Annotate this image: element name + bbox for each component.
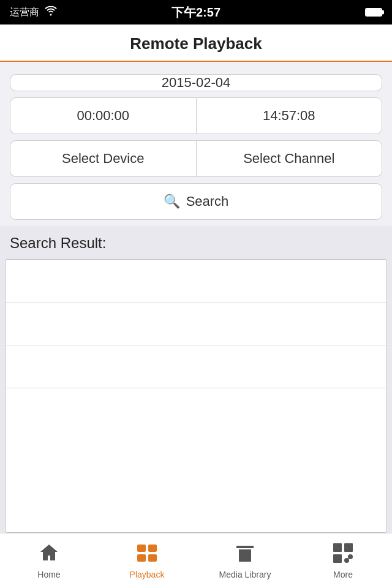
svg-rect-6 xyxy=(333,554,342,563)
more-icon xyxy=(332,542,354,567)
svg-rect-4 xyxy=(333,543,342,552)
main-content: 2015-02-04 00:00:00 14:57:08 Select Devi… xyxy=(0,62,392,533)
status-right xyxy=(365,8,382,17)
tab-media-library-label: Media Library xyxy=(219,570,271,579)
home-icon xyxy=(38,542,60,567)
form-area: 2015-02-04 00:00:00 14:57:08 Select Devi… xyxy=(0,62,392,226)
search-label: Search xyxy=(186,194,229,209)
tab-more[interactable]: More xyxy=(294,533,392,588)
list-item xyxy=(6,388,386,431)
svg-rect-5 xyxy=(344,543,353,552)
select-device-button[interactable]: Select Device xyxy=(10,140,196,177)
svg-rect-1 xyxy=(148,545,157,552)
device-channel-row: Select Device Select Channel xyxy=(10,140,382,177)
select-device-label: Select Device xyxy=(62,151,145,167)
list-item xyxy=(6,345,386,388)
select-channel-label: Select Channel xyxy=(243,151,334,167)
tab-playback-label: Playback xyxy=(130,570,165,579)
search-button[interactable]: 🔍 Search xyxy=(10,183,382,220)
result-header: Search Result: xyxy=(0,226,392,259)
tab-home[interactable]: Home xyxy=(0,533,98,588)
tab-more-label: More xyxy=(333,570,353,579)
tab-home-label: Home xyxy=(37,570,60,579)
select-channel-button[interactable]: Select Channel xyxy=(196,140,383,177)
date-value: 2015-02-04 xyxy=(162,75,231,91)
status-time: 下午2:57 xyxy=(172,4,221,21)
tab-bar: Home Playback Media Library xyxy=(0,533,392,588)
start-time-value: 00:00:00 xyxy=(77,108,129,124)
page-header: Remote Playback xyxy=(0,24,392,62)
status-left: 运营商 xyxy=(10,6,58,19)
status-bar: 运营商 下午2:57 xyxy=(0,0,392,24)
svg-rect-0 xyxy=(137,545,146,552)
list-item xyxy=(6,303,386,345)
carrier-label: 运营商 xyxy=(10,6,39,19)
search-icon: 🔍 xyxy=(164,194,180,209)
start-time-picker[interactable]: 00:00:00 xyxy=(10,97,196,134)
date-picker[interactable]: 2015-02-04 xyxy=(10,74,382,91)
svg-rect-7 xyxy=(348,554,353,559)
page-title: Remote Playback xyxy=(130,34,262,53)
playback-icon xyxy=(136,542,158,567)
wifi-icon xyxy=(44,6,58,18)
end-time-value: 14:57:08 xyxy=(263,108,315,124)
result-list xyxy=(5,259,387,533)
end-time-picker[interactable]: 14:57:08 xyxy=(196,97,383,134)
media-library-icon xyxy=(234,542,256,567)
svg-rect-3 xyxy=(148,554,157,562)
svg-rect-2 xyxy=(137,554,146,562)
tab-media-library[interactable]: Media Library xyxy=(196,533,294,588)
result-section: Search Result: xyxy=(0,226,392,533)
list-item xyxy=(6,260,386,303)
time-row: 00:00:00 14:57:08 xyxy=(10,97,382,134)
svg-rect-8 xyxy=(344,558,349,563)
battery-icon xyxy=(365,8,382,17)
tab-playback[interactable]: Playback xyxy=(98,533,196,588)
